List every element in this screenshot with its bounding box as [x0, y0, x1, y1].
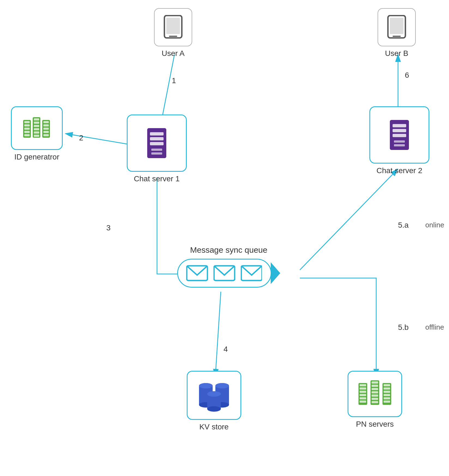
svg-rect-8 [166, 18, 180, 34]
svg-rect-13 [150, 132, 164, 135]
step-2: 2 [79, 134, 83, 142]
svg-rect-76 [384, 391, 390, 393]
envelope-icon-3 [241, 264, 263, 283]
step-1: 1 [172, 76, 176, 85]
pn-servers-label: PN servers [356, 420, 394, 429]
chat-server-1-box [127, 115, 187, 172]
svg-rect-71 [372, 398, 378, 400]
step-4: 4 [224, 345, 228, 354]
svg-rect-79 [384, 400, 390, 403]
svg-rect-15 [150, 142, 164, 145]
svg-line-1 [161, 55, 174, 124]
svg-point-49 [199, 383, 213, 388]
tablet-icon-b [386, 15, 408, 40]
svg-rect-20 [393, 129, 406, 132]
svg-rect-69 [372, 391, 378, 393]
id-generator-box [11, 106, 63, 150]
chat-server-1-node: Chat server 1 [127, 115, 187, 183]
svg-rect-75 [384, 387, 390, 390]
svg-rect-63 [360, 397, 366, 399]
step-5b: 5.b [398, 323, 409, 332]
svg-rect-41 [43, 131, 49, 133]
svg-rect-36 [34, 135, 39, 137]
svg-rect-72 [372, 401, 378, 403]
envelope-icon-1 [186, 264, 208, 283]
svg-rect-64 [360, 400, 366, 403]
id-generator-label: ID generatror [14, 153, 59, 161]
kv-store-icon [196, 378, 232, 413]
svg-rect-22 [394, 140, 405, 143]
svg-rect-67 [372, 385, 378, 387]
svg-rect-74 [384, 384, 390, 386]
kv-store-node: KV store [187, 371, 241, 431]
svg-rect-11 [390, 18, 403, 34]
step-3: 3 [106, 224, 111, 232]
user-b-node: User B [378, 8, 416, 58]
svg-line-3 [215, 292, 221, 376]
svg-rect-61 [360, 391, 366, 393]
server-icon-1 [143, 127, 170, 159]
svg-rect-27 [24, 128, 30, 130]
kv-store-label: KV store [199, 423, 228, 431]
server-icon-2 [386, 119, 413, 151]
svg-rect-23 [394, 144, 405, 146]
svg-rect-60 [360, 387, 366, 390]
svg-rect-66 [372, 381, 378, 384]
user-a-node: User A [154, 8, 192, 58]
status-offline: offline [425, 323, 444, 332]
svg-rect-26 [24, 124, 30, 126]
svg-rect-70 [372, 394, 378, 397]
kv-store-box [187, 371, 241, 420]
svg-rect-38 [43, 121, 49, 123]
svg-rect-35 [34, 131, 39, 134]
svg-point-56 [207, 406, 221, 412]
pn-servers-icon [357, 379, 393, 409]
svg-rect-10 [393, 36, 401, 37]
svg-rect-34 [34, 128, 39, 130]
step-6: 6 [405, 71, 409, 80]
svg-rect-77 [384, 394, 390, 396]
user-b-box [378, 8, 416, 46]
tablet-icon-a [162, 15, 184, 40]
user-a-box [154, 8, 192, 46]
svg-rect-21 [393, 134, 406, 137]
svg-point-53 [215, 383, 229, 388]
pn-servers-node: PN servers [348, 371, 402, 429]
svg-rect-17 [151, 152, 162, 155]
message-sync-queue-node: Message sync queue [177, 245, 280, 288]
id-generator-node: ID generatror [11, 106, 63, 161]
svg-rect-42 [43, 134, 49, 136]
svg-rect-68 [372, 388, 378, 390]
svg-rect-59 [360, 384, 366, 386]
svg-rect-16 [151, 149, 162, 151]
user-b-label: User B [385, 49, 408, 58]
chat-server-1-label: Chat server 1 [134, 174, 180, 183]
svg-rect-19 [393, 124, 406, 127]
pn-servers-box [348, 371, 402, 417]
status-online: online [425, 221, 444, 229]
svg-rect-62 [360, 394, 366, 396]
diagram: User A User B Chat server 1 [0, 0, 449, 476]
chat-server-2-label: Chat server 2 [376, 166, 422, 175]
svg-rect-33 [34, 125, 39, 127]
chat-server-2-node: Chat server 2 [369, 106, 429, 175]
chat-server-2-box [369, 106, 429, 164]
svg-point-57 [207, 391, 221, 397]
svg-rect-32 [34, 122, 39, 124]
svg-rect-28 [24, 131, 30, 133]
step-5a: 5.a [398, 221, 409, 230]
svg-line-2 [65, 134, 130, 144]
id-generator-icon [22, 115, 52, 142]
svg-rect-25 [24, 121, 30, 123]
svg-rect-29 [24, 134, 30, 136]
svg-rect-40 [43, 128, 49, 130]
svg-rect-14 [150, 137, 164, 140]
envelope-icon-2 [213, 264, 235, 283]
svg-rect-78 [384, 397, 390, 399]
svg-line-4 [300, 169, 398, 270]
message-sync-queue-title: Message sync queue [190, 245, 267, 255]
svg-rect-31 [34, 118, 39, 120]
svg-rect-7 [169, 36, 177, 37]
svg-rect-39 [43, 124, 49, 126]
user-a-label: User A [162, 49, 185, 58]
